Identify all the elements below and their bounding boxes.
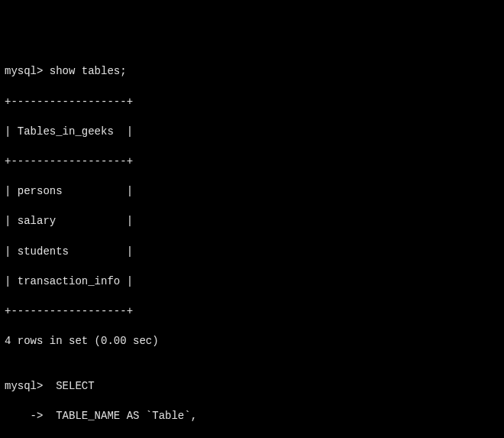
table-header-tables-in-geeks: | Tables_in_geeks | xyxy=(5,125,499,140)
table-row: | transaction_info | xyxy=(5,274,499,290)
table-separator: +------------------+ xyxy=(5,95,499,110)
table-row: | salary | xyxy=(5,214,499,229)
result-summary: 4 rows in set (0.00 sec) xyxy=(5,334,499,349)
query-line: mysql> SELECT xyxy=(5,379,499,394)
query-line: -> TABLE_NAME AS `Table`, xyxy=(5,409,499,424)
table-row: | students | xyxy=(5,245,499,260)
table-separator: +------------------+ xyxy=(5,154,499,170)
table-separator: +------------------+ xyxy=(5,304,499,320)
prompt-show-tables: mysql> show tables; xyxy=(5,64,499,79)
table-row: | persons | xyxy=(5,184,499,200)
